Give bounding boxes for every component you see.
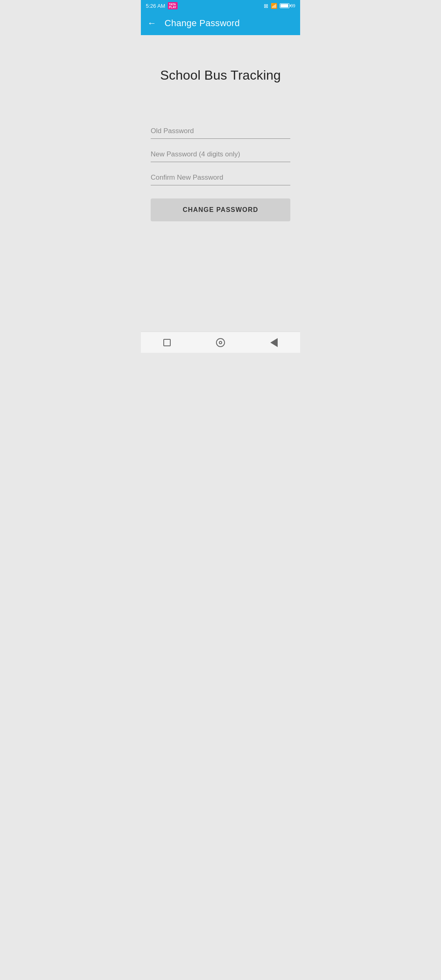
back-nav-button[interactable] [270, 338, 278, 347]
recent-apps-icon [163, 339, 171, 346]
confirm-password-input[interactable] [151, 170, 290, 185]
new-password-input[interactable] [151, 147, 290, 162]
change-password-button[interactable]: CHANGE PASSWORD [151, 198, 290, 221]
old-password-group [151, 124, 290, 139]
back-icon [270, 338, 278, 347]
app-bar: ← Change Password [141, 11, 300, 35]
main-content: School Bus Tracking CHANGE PASSWORD [141, 35, 300, 332]
status-bar: 5:26 AM TATAPLAY ⊠ 📶 99 [141, 0, 300, 11]
app-title: School Bus Tracking [160, 68, 281, 83]
app-bar-title: Change Password [165, 18, 240, 29]
wifi-icon: 📶 [271, 3, 277, 9]
new-password-group [151, 147, 290, 162]
battery-icon: 99 [280, 3, 295, 8]
home-button[interactable] [216, 338, 225, 347]
home-icon [216, 338, 225, 347]
status-time: 5:26 AM [146, 3, 165, 9]
back-button[interactable]: ← [147, 19, 156, 28]
screen-cast-icon: ⊠ [264, 3, 268, 9]
battery-fill [281, 4, 288, 7]
home-icon-inner [219, 341, 222, 344]
status-left: 5:26 AM TATAPLAY [146, 2, 178, 9]
battery-percentage: 99 [291, 4, 295, 8]
battery-border [280, 3, 290, 8]
old-password-input[interactable] [151, 124, 290, 139]
form-section: CHANGE PASSWORD [151, 124, 290, 221]
status-right: ⊠ 📶 99 [264, 3, 295, 9]
tata-play-badge: TATAPLAY [168, 2, 178, 9]
recent-apps-button[interactable] [163, 339, 171, 346]
nav-bar [141, 332, 300, 353]
confirm-password-group [151, 170, 290, 185]
